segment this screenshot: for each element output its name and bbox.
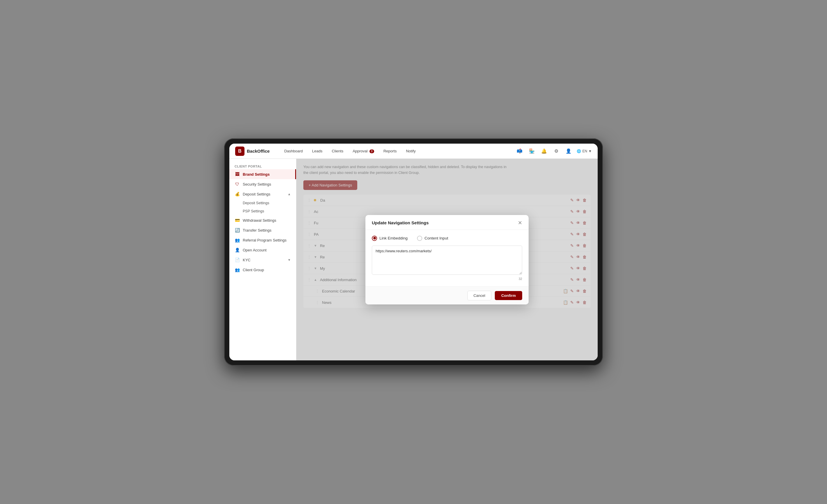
sidebar-sub-deposit-settings[interactable]: Deposit Settings: [229, 199, 296, 207]
referral-icon: 👥: [235, 238, 240, 242]
radio-group: Link Embedding Content Input: [372, 236, 522, 241]
sidebar-item-deposit-settings[interactable]: 💰 Deposit Settings ▲: [229, 189, 296, 199]
language-selector[interactable]: 🌐 EN ▼: [577, 149, 592, 153]
referral-label: Referral Program Settings: [243, 238, 286, 242]
radio-link-embedding[interactable]: Link Embedding: [372, 236, 408, 241]
client-group-label: Client Group: [243, 268, 264, 272]
open-account-label: Open Account: [243, 248, 266, 252]
sidebar-item-brand-settings[interactable]: 🖼 Brand Settings: [229, 169, 296, 179]
approval-badge: 8: [370, 149, 374, 153]
device-frame: B BackOffice Dashboard Leads Clients App…: [224, 138, 603, 366]
update-navigation-modal: Update Navigation Settings ✕ Link Embedd…: [366, 215, 529, 304]
nav-dashboard[interactable]: Dashboard: [280, 147, 307, 155]
nav-notify[interactable]: Notify: [402, 147, 420, 155]
modal-close-button[interactable]: ✕: [518, 220, 522, 225]
withdrawal-settings-label: Withdrawal Settings: [243, 218, 276, 222]
modal-body: Link Embedding Content Input https://www…: [366, 230, 529, 286]
lang-label: EN: [582, 149, 587, 153]
radio-link-embedding-circle: [372, 236, 377, 241]
nav-leads[interactable]: Leads: [308, 147, 326, 155]
bell-icon[interactable]: 🔔: [540, 147, 548, 155]
withdrawal-settings-icon: 💳: [235, 218, 240, 222]
kyc-chevron-icon: ▼: [288, 258, 291, 262]
radio-link-embedding-label: Link Embedding: [379, 236, 408, 240]
brand-settings-icon: 🖼: [235, 172, 240, 177]
nav-reports[interactable]: Reports: [379, 147, 401, 155]
sidebar-item-transfer-settings[interactable]: 🔄 Transfer Settings: [229, 225, 296, 235]
sidebar-item-security-settings[interactable]: 🛡 Security Settings: [229, 179, 296, 189]
store-icon[interactable]: 🏪: [528, 147, 536, 155]
char-count: 32: [372, 277, 522, 281]
sidebar-item-client-group[interactable]: 👥 Client Group: [229, 265, 296, 275]
client-group-icon: 👥: [235, 267, 240, 272]
logo-area: B BackOffice: [235, 147, 270, 156]
inbox-icon[interactable]: 📫: [516, 147, 524, 155]
radio-content-input[interactable]: Content Input: [417, 236, 448, 241]
chevron-down-icon: ▼: [588, 149, 592, 153]
open-account-icon: 👤: [235, 248, 240, 252]
nav-clients[interactable]: Clients: [328, 147, 347, 155]
top-nav: B BackOffice Dashboard Leads Clients App…: [229, 144, 598, 159]
modal-header: Update Navigation Settings ✕: [366, 215, 529, 230]
logo-text: BackOffice: [247, 149, 270, 154]
modal-overlay: Update Navigation Settings ✕ Link Embedd…: [296, 159, 598, 360]
url-textarea[interactable]: https://www.reuters.com/markets/: [372, 246, 522, 275]
sidebar-item-referral-program[interactable]: 👥 Referral Program Settings: [229, 235, 296, 245]
deposit-chevron-icon: ▲: [288, 192, 291, 196]
cancel-button[interactable]: Cancel: [468, 291, 491, 300]
deposit-settings-icon: 💰: [235, 192, 240, 196]
confirm-button[interactable]: Confirm: [495, 291, 522, 300]
deposit-settings-label: Deposit Settings: [243, 192, 271, 196]
screen: B BackOffice Dashboard Leads Clients App…: [229, 144, 598, 360]
sidebar-sub-psp-settings[interactable]: PSP Settings: [229, 207, 296, 215]
transfer-settings-label: Transfer Settings: [243, 228, 272, 233]
gear-icon[interactable]: ⚙: [552, 147, 561, 155]
sidebar: Client Portal 🖼 Brand Settings 🛡 Securit…: [229, 159, 296, 360]
nav-items: Dashboard Leads Clients Approval 8 Repor…: [280, 147, 508, 155]
main-layout: Client Portal 🖼 Brand Settings 🛡 Securit…: [229, 159, 598, 360]
sidebar-item-open-account[interactable]: 👤 Open Account: [229, 245, 296, 255]
sidebar-item-kyc[interactable]: 📄 KYC ▼: [229, 255, 296, 265]
radio-content-input-label: Content Input: [425, 236, 448, 240]
user-icon[interactable]: 👤: [565, 147, 573, 155]
security-settings-label: Security Settings: [243, 182, 271, 187]
content-area: You can add new navigation and these cus…: [296, 159, 598, 360]
sidebar-section-title: Client Portal: [229, 162, 296, 169]
sidebar-item-withdrawal-settings[interactable]: 💳 Withdrawal Settings: [229, 215, 296, 225]
nav-approval[interactable]: Approval 8: [348, 147, 378, 155]
modal-footer: Cancel Confirm: [366, 286, 529, 304]
brand-settings-label: Brand Settings: [243, 172, 270, 177]
kyc-icon: 📄: [235, 257, 240, 262]
security-settings-icon: 🛡: [235, 182, 240, 187]
kyc-label: KYC: [243, 258, 251, 262]
modal-title: Update Navigation Settings: [372, 220, 429, 225]
transfer-settings-icon: 🔄: [235, 228, 240, 233]
radio-content-input-circle: [417, 236, 422, 241]
nav-right: 📫 🏪 🔔 ⚙ 👤 🌐 EN ▼: [516, 147, 592, 155]
logo-icon: B: [235, 147, 244, 156]
globe-icon: 🌐: [577, 149, 581, 153]
